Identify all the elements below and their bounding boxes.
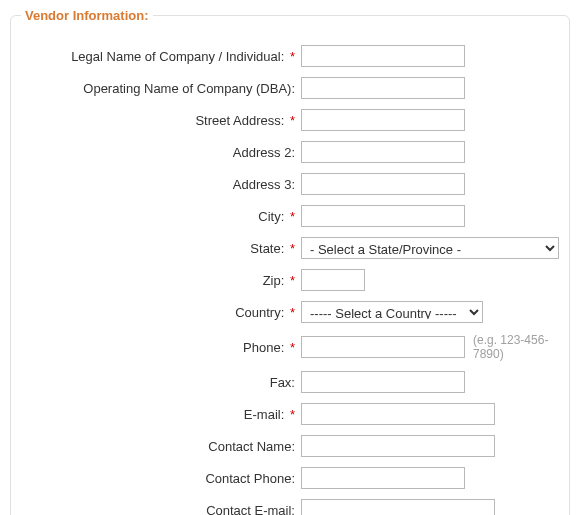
required-marker: * bbox=[290, 113, 295, 128]
label-text: State: bbox=[250, 241, 284, 256]
label-text: Address 3: bbox=[233, 177, 295, 192]
row-address3: Address 3: bbox=[21, 173, 559, 195]
label-contact-name: Contact Name: bbox=[21, 439, 301, 454]
row-country: Country: * ----- Select a Country ----- bbox=[21, 301, 559, 323]
address3-input[interactable] bbox=[301, 173, 465, 195]
label-text: Address 2: bbox=[233, 145, 295, 160]
row-email: E-mail: * bbox=[21, 403, 559, 425]
city-input[interactable] bbox=[301, 205, 465, 227]
label-text: Contact Name: bbox=[208, 439, 295, 454]
email-input[interactable] bbox=[301, 403, 495, 425]
section-title: Vendor Information: bbox=[21, 8, 153, 23]
row-state: State: * - Select a State/Province - bbox=[21, 237, 559, 259]
row-contact-name: Contact Name: bbox=[21, 435, 559, 457]
contact-name-input[interactable] bbox=[301, 435, 495, 457]
label-text: Contact Phone: bbox=[205, 471, 295, 486]
row-legal-name: Legal Name of Company / Individual: * bbox=[21, 45, 559, 67]
required-marker: * bbox=[290, 49, 295, 64]
operating-name-input[interactable] bbox=[301, 77, 465, 99]
phone-input[interactable] bbox=[301, 336, 465, 358]
label-text: Country: bbox=[235, 305, 284, 320]
label-text: Operating Name of Company (DBA): bbox=[83, 81, 295, 96]
address2-input[interactable] bbox=[301, 141, 465, 163]
label-email: E-mail: * bbox=[21, 407, 301, 422]
label-text: Fax: bbox=[270, 375, 295, 390]
label-text: City: bbox=[258, 209, 284, 224]
label-contact-email: Contact E-mail: bbox=[21, 503, 301, 516]
row-operating-name: Operating Name of Company (DBA): bbox=[21, 77, 559, 99]
label-text: Phone: bbox=[243, 340, 284, 355]
label-text: E-mail: bbox=[244, 407, 284, 422]
required-marker: * bbox=[290, 273, 295, 288]
label-street: Street Address: * bbox=[21, 113, 301, 128]
contact-email-input[interactable] bbox=[301, 499, 495, 515]
label-fax: Fax: bbox=[21, 375, 301, 390]
street-input[interactable] bbox=[301, 109, 465, 131]
row-city: City: * bbox=[21, 205, 559, 227]
legal-name-input[interactable] bbox=[301, 45, 465, 67]
required-marker: * bbox=[290, 407, 295, 422]
vendor-information-fieldset: Vendor Information: Legal Name of Compan… bbox=[10, 8, 570, 515]
state-select[interactable]: - Select a State/Province - bbox=[301, 237, 559, 259]
required-marker: * bbox=[290, 305, 295, 320]
zip-input[interactable] bbox=[301, 269, 365, 291]
label-state: State: * bbox=[21, 241, 301, 256]
label-city: City: * bbox=[21, 209, 301, 224]
label-text: Legal Name of Company / Individual: bbox=[71, 49, 284, 64]
required-marker: * bbox=[290, 340, 295, 355]
label-text: Street Address: bbox=[195, 113, 284, 128]
row-street: Street Address: * bbox=[21, 109, 559, 131]
label-operating-name: Operating Name of Company (DBA): bbox=[21, 81, 301, 96]
phone-hint: (e.g. 123-456-7890) bbox=[473, 333, 559, 361]
row-address2: Address 2: bbox=[21, 141, 559, 163]
country-select[interactable]: ----- Select a Country ----- bbox=[301, 301, 483, 323]
fax-input[interactable] bbox=[301, 371, 465, 393]
row-phone: Phone: * (e.g. 123-456-7890) bbox=[21, 333, 559, 361]
label-country: Country: * bbox=[21, 305, 301, 320]
label-legal-name: Legal Name of Company / Individual: * bbox=[21, 49, 301, 64]
row-contact-phone: Contact Phone: bbox=[21, 467, 559, 489]
label-address3: Address 3: bbox=[21, 177, 301, 192]
contact-phone-input[interactable] bbox=[301, 467, 465, 489]
label-contact-phone: Contact Phone: bbox=[21, 471, 301, 486]
row-contact-email: Contact E-mail: bbox=[21, 499, 559, 515]
label-text: Contact E-mail: bbox=[206, 503, 295, 516]
label-text: Zip: bbox=[263, 273, 285, 288]
required-marker: * bbox=[290, 209, 295, 224]
label-address2: Address 2: bbox=[21, 145, 301, 160]
required-marker: * bbox=[290, 241, 295, 256]
label-zip: Zip: * bbox=[21, 273, 301, 288]
row-fax: Fax: bbox=[21, 371, 559, 393]
row-zip: Zip: * bbox=[21, 269, 559, 291]
label-phone: Phone: * bbox=[21, 340, 301, 355]
